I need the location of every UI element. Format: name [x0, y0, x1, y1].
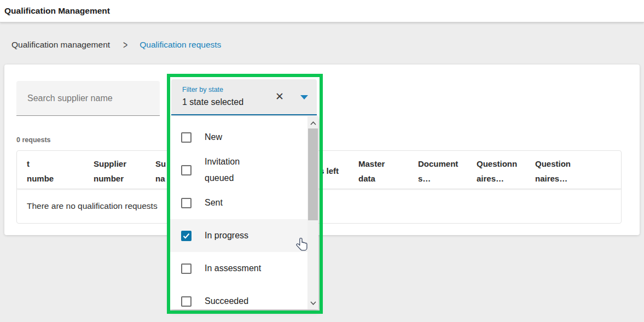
requests-table: tnumbe Suppliernumber Suna s left Master… [16, 150, 622, 224]
state-filter-dropdown: New Invitation queued Sent In progress I… [170, 116, 318, 309]
col-days-left[interactable]: s left [320, 163, 339, 178]
breadcrumb-separator-icon: > [123, 39, 127, 51]
request-count: 0 requests [16, 136, 51, 144]
col-questionnaires-1[interactable]: Questionnaires… [477, 156, 517, 186]
filter-value: 1 state selected [182, 97, 243, 107]
search-input[interactable] [16, 81, 160, 116]
dropdown-scrollbar[interactable] [308, 116, 318, 309]
option-succeeded[interactable]: Succeeded [170, 285, 308, 309]
option-in-assessment[interactable]: In assessment [170, 252, 308, 285]
scrollbar-thumb[interactable] [308, 128, 318, 220]
checkbox-unchecked-icon[interactable] [181, 296, 192, 307]
option-in-progress[interactable]: In progress [170, 219, 308, 252]
breadcrumb-parent[interactable]: Qualification management [11, 40, 110, 50]
chevron-down-icon[interactable] [300, 95, 308, 99]
col-documents[interactable]: Documents… [418, 156, 458, 186]
filter-label: Filter by state [182, 86, 223, 93]
app-header: Qualification Management [0, 0, 644, 22]
checkbox-unchecked-icon[interactable] [181, 198, 192, 208]
page-title: Qualification Management [0, 6, 110, 16]
checkbox-unchecked-icon[interactable] [181, 264, 192, 274]
empty-state-text: There are no qualification requests [27, 201, 158, 211]
option-sent[interactable]: Sent [170, 186, 308, 219]
col-master-data[interactable]: Masterdata [358, 156, 385, 186]
table-header-row: tnumbe Suppliernumber Suna s left Master… [17, 151, 621, 189]
checkbox-unchecked-icon[interactable] [181, 132, 192, 143]
checkbox-checked-icon[interactable] [181, 231, 192, 241]
col-questionnaires-2[interactable]: Questionnaires… [535, 156, 571, 186]
state-option-list: New Invitation queued Sent In progress I… [170, 121, 308, 309]
scroll-up-icon[interactable] [308, 118, 318, 128]
option-new[interactable]: New [170, 121, 308, 154]
col-supplier-name[interactable]: Suna [155, 156, 166, 186]
scroll-down-icon[interactable] [308, 297, 318, 308]
state-filter-field[interactable]: Filter by state 1 state selected ✕ [171, 79, 317, 115]
breadcrumb: Qualification management > Qualification… [11, 40, 221, 50]
breadcrumb-current[interactable]: Qualification requests [140, 40, 221, 50]
checkbox-unchecked-icon[interactable] [181, 165, 192, 175]
qualification-management-screen: Qualification Management Qualification m… [0, 0, 644, 322]
clear-filter-icon[interactable]: ✕ [272, 89, 287, 104]
col-request-number[interactable]: tnumbe [27, 156, 54, 186]
col-supplier-number[interactable]: Suppliernumber [94, 156, 126, 186]
option-invitation-queued[interactable]: Invitation queued [170, 154, 308, 186]
